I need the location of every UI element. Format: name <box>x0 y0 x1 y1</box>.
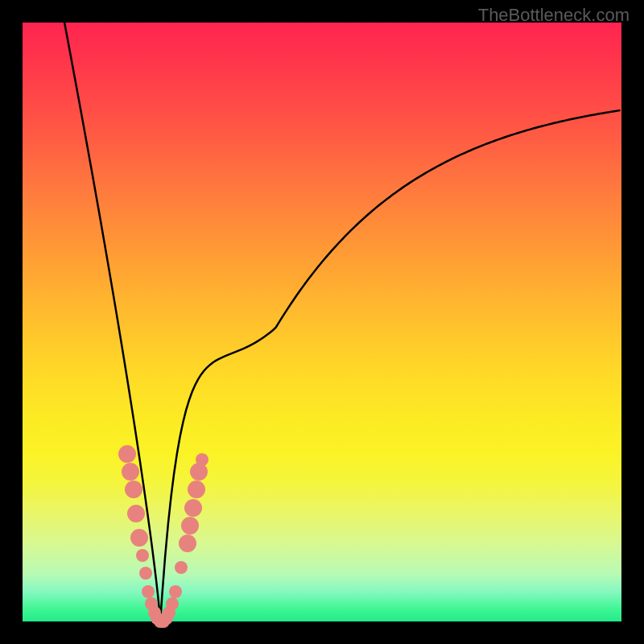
data-marker <box>136 549 149 562</box>
data-marker <box>166 597 179 610</box>
data-marker <box>125 481 142 498</box>
data-marker <box>181 517 199 535</box>
data-marker <box>196 453 208 466</box>
data-marker <box>142 585 155 598</box>
data-marker <box>139 567 152 580</box>
data-marker <box>127 505 145 522</box>
data-marker <box>184 499 202 517</box>
data-marker <box>179 535 196 552</box>
data-marker <box>175 561 188 574</box>
data-marker <box>169 585 182 598</box>
data-marker <box>188 481 205 498</box>
chart-plot-area <box>23 23 621 621</box>
watermark-text: TheBottleneck.com <box>478 5 630 26</box>
data-marker <box>130 529 148 547</box>
data-marker <box>118 445 136 463</box>
data-marker <box>122 463 139 481</box>
bottleneck-curve <box>23 23 621 621</box>
